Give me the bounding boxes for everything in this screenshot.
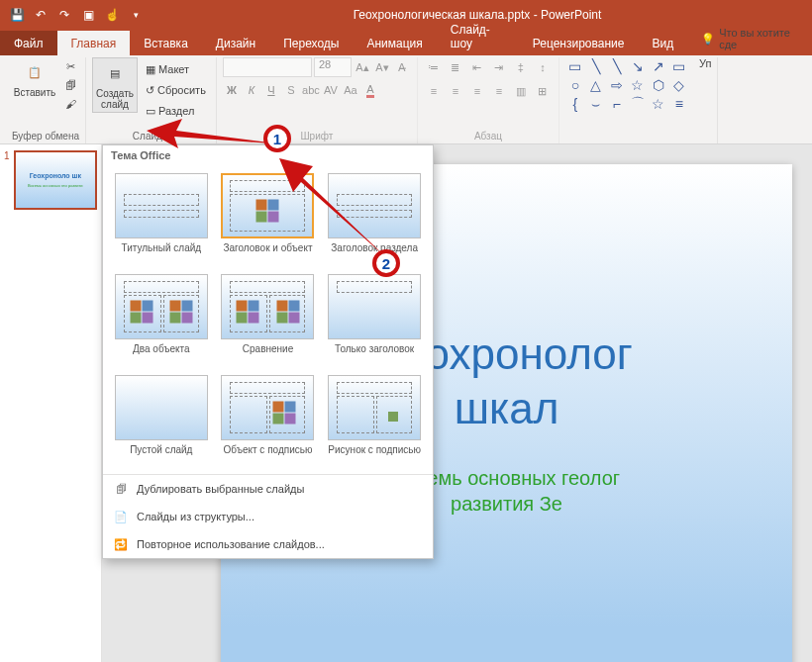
format-painter-icon[interactable]: 🖌 [61, 95, 79, 113]
group-paragraph-label: Абзац [474, 129, 502, 143]
layout-picture-caption[interactable]: Рисунок с подписью [326, 375, 423, 466]
clear-format-icon[interactable]: A̶ [393, 58, 411, 76]
tab-file[interactable]: Файл [0, 31, 57, 55]
slides-from-outline[interactable]: 📄Слайды из структуры... [103, 503, 433, 530]
indent-inc-icon[interactable]: ⇥ [489, 57, 509, 77]
layout-title-content[interactable]: Заголовок и объект [220, 173, 317, 264]
save-icon[interactable]: 💾 [6, 4, 28, 26]
align-right-icon[interactable]: ≡ [467, 81, 487, 101]
tab-home[interactable]: Главная [57, 31, 131, 55]
shape-diam-icon[interactable]: ◇ [669, 76, 689, 94]
layout-comparison[interactable]: Сравнение [220, 274, 317, 365]
duplicate-slides[interactable]: 🗐Дублировать выбранные слайды [103, 475, 433, 503]
shape-line2-icon[interactable]: ╲ [607, 57, 627, 75]
bold-icon[interactable]: Ж [223, 81, 241, 99]
duplicate-icon: 🗐 [113, 481, 129, 497]
tab-design[interactable]: Дизайн [202, 31, 269, 55]
layout-title-only[interactable]: Только заголовок [326, 274, 423, 365]
group-clipboard-label: Буфер обмена [12, 129, 79, 143]
shape-arrow2-icon[interactable]: ↗ [649, 57, 668, 75]
align-center-icon[interactable]: ≡ [446, 81, 465, 101]
tab-insert[interactable]: Вставка [130, 31, 202, 55]
case-icon[interactable]: Aa [342, 81, 359, 99]
shape-arrow-icon[interactable]: ↘ [628, 57, 648, 75]
slide-number: 1 [4, 150, 10, 161]
grow-font-icon[interactable]: A▴ [354, 58, 371, 76]
shape-arrowr-icon[interactable]: ⇨ [607, 76, 627, 94]
layout-icon: ▦ [146, 63, 155, 76]
shape-more-icon[interactable]: ☆ [649, 95, 668, 113]
slide-thumbnail-1[interactable]: Геохроноло шк Восемь основных гео развит… [14, 150, 97, 210]
layout-two-content[interactable]: Два объекта [113, 274, 210, 365]
shape-oval-icon[interactable]: ○ [565, 76, 585, 94]
paste-button[interactable]: 📋 Вставить [12, 57, 57, 100]
layout-blank[interactable]: Пустой слайд [113, 375, 210, 466]
layout-content-caption[interactable]: Объект с подписью [220, 375, 317, 466]
tab-slideshow[interactable]: Слайд-шоу [437, 17, 519, 55]
text-direction-icon[interactable]: ↕ [533, 57, 553, 77]
reuse-slides[interactable]: 🔁Повторное использование слайдов... [103, 530, 433, 558]
redo-icon[interactable]: ↷ [53, 4, 75, 26]
new-slide-gallery: Тема Office Титульный слайд Заголовок и … [102, 144, 434, 559]
shape-line-icon[interactable]: ╲ [586, 57, 606, 75]
strike-icon[interactable]: S [282, 81, 300, 99]
arrange-label[interactable]: Уп [699, 57, 711, 69]
shadow-icon[interactable]: abc [302, 81, 320, 99]
spacing-icon[interactable]: AV [322, 81, 340, 99]
layout-section-header[interactable]: Заголовок раздела [326, 173, 423, 264]
section-icon: ▭ [146, 105, 155, 118]
smartart-icon[interactable]: ⊞ [533, 81, 553, 101]
touch-mode-icon[interactable]: ☝ [101, 4, 123, 26]
indent-dec-icon[interactable]: ⇤ [467, 57, 487, 77]
shape-rect-icon[interactable]: ▭ [669, 57, 689, 75]
italic-icon[interactable]: К [243, 81, 260, 99]
start-from-beginning-icon[interactable]: ▣ [77, 4, 99, 26]
reuse-icon: 🔁 [113, 536, 129, 552]
align-left-icon[interactable]: ≡ [424, 81, 444, 101]
copy-icon[interactable]: 🗐 [61, 76, 79, 94]
columns-icon[interactable]: ▥ [511, 81, 531, 101]
underline-icon[interactable]: Ч [262, 81, 280, 99]
layout-button[interactable]: ▦Макет [142, 59, 210, 79]
tab-animations[interactable]: Анимация [353, 31, 436, 55]
ribbon-tabs: Файл Главная Вставка Дизайн Переходы Ани… [0, 30, 812, 55]
numbering-icon[interactable]: ≣ [446, 57, 465, 77]
outline-icon: 📄 [113, 509, 129, 524]
shape-tri-icon[interactable]: △ [586, 76, 606, 94]
justify-icon[interactable]: ≡ [489, 81, 509, 101]
reset-button[interactable]: ↺Сбросить [142, 80, 210, 100]
shape-hex-icon[interactable]: ⬡ [649, 76, 668, 94]
new-slide-button[interactable]: ▤ Создать слайд [92, 57, 138, 113]
cut-icon[interactable]: ✂ [61, 57, 79, 75]
reset-icon: ↺ [146, 84, 154, 97]
shrink-font-icon[interactable]: A▾ [373, 58, 391, 76]
bulb-icon: 💡 [701, 33, 715, 46]
layout-title-slide[interactable]: Титульный слайд [113, 173, 210, 264]
bullets-icon[interactable]: ≔ [424, 57, 444, 77]
shape-brace-icon[interactable]: { [565, 95, 585, 113]
group-slides-label: Слайды [133, 129, 169, 143]
new-slide-icon: ▤ [100, 60, 130, 86]
font-color-icon[interactable]: A [361, 81, 379, 99]
annotation-badge-2: 2 [372, 249, 400, 277]
tab-transitions[interactable]: Переходы [269, 31, 353, 55]
tab-view[interactable]: Вид [638, 31, 687, 55]
annotation-badge-1: 1 [263, 125, 291, 152]
font-name-combo[interactable] [223, 57, 312, 77]
qat-more-icon[interactable]: ▾ [125, 4, 147, 26]
group-font-label: Шрифт [300, 129, 333, 143]
undo-icon[interactable]: ↶ [30, 4, 51, 26]
shape-curve-icon[interactable]: ⌣ [586, 95, 606, 113]
tell-me[interactable]: 💡Что вы хотите сде [687, 21, 812, 55]
shapes-gallery[interactable]: ▭╲╲↘↗▭ ○△⇨☆⬡◇ {⌣⌐⌒☆≡ [565, 57, 689, 113]
thumbnail-pane[interactable]: 1 Геохроноло шк Восемь основных гео разв… [0, 144, 102, 662]
shape-arc-icon[interactable]: ⌒ [628, 95, 648, 113]
shape-star-icon[interactable]: ☆ [628, 76, 648, 94]
tab-review[interactable]: Рецензирование [519, 31, 639, 55]
line-spacing-icon[interactable]: ‡ [511, 57, 531, 77]
font-size-combo[interactable]: 28 [314, 57, 352, 77]
shape-textbox-icon[interactable]: ▭ [565, 57, 585, 75]
shape-eq-icon[interactable]: ≡ [669, 95, 689, 113]
shape-conn-icon[interactable]: ⌐ [607, 95, 627, 113]
section-button[interactable]: ▭Раздел [142, 101, 210, 121]
